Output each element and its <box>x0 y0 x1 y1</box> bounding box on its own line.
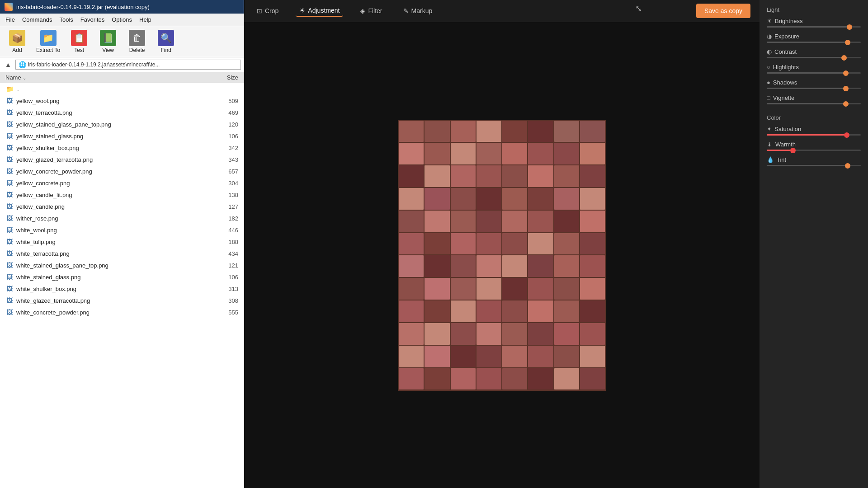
warmth-thumb[interactable] <box>790 148 796 153</box>
highlights-thumb[interactable] <box>843 70 849 76</box>
file-size: 127 <box>211 203 238 210</box>
file-icon: 🖼 <box>5 108 14 117</box>
file-name: white_concrete_powder.png <box>16 309 211 316</box>
expand-button[interactable]: ⤡ <box>635 4 642 14</box>
file-icon: 🖼 <box>5 285 14 293</box>
size-column-header[interactable]: Size <box>204 73 240 82</box>
brick-cell <box>425 165 449 187</box>
shadows-thumb[interactable] <box>843 86 849 91</box>
toolbar-delete[interactable]: 🗑 Delete <box>123 28 151 55</box>
brick-cell <box>451 278 476 300</box>
brick-cell <box>580 233 605 255</box>
list-item[interactable]: 🖼 white_shulker_box.png 313 <box>0 283 244 295</box>
brick-cell <box>425 255 449 277</box>
file-size: 555 <box>211 309 238 316</box>
file-icon: 🖼 <box>5 261 14 269</box>
brick-cell <box>451 368 476 390</box>
brick-cell <box>425 143 449 164</box>
brick-cell <box>476 368 501 390</box>
brick-cell <box>554 211 579 232</box>
contrast-thumb[interactable] <box>841 55 847 61</box>
tint-slider[interactable] <box>767 165 861 166</box>
brick-cell <box>399 188 424 210</box>
file-name: yellow_concrete.png <box>16 180 211 187</box>
list-item[interactable]: 🖼 white_concrete_powder.png 555 <box>0 306 244 318</box>
brick-grid <box>398 120 606 391</box>
contrast-icon: ◐ <box>767 48 772 55</box>
filter-icon: ◈ <box>360 7 365 14</box>
vignette-thumb[interactable] <box>843 101 849 107</box>
brick-cell <box>554 143 579 164</box>
list-item[interactable]: 🖼 white_terracotta.png 434 <box>0 248 244 259</box>
list-item[interactable]: 🖼 yellow_terracotta.png 469 <box>0 107 244 118</box>
list-item[interactable]: 🖼 yellow_stained_glass.png 106 <box>0 130 244 142</box>
exposure-slider[interactable] <box>767 42 861 43</box>
toolbar-find-label: Find <box>160 47 171 53</box>
list-item[interactable]: 🖼 white_stained_glass_pane_top.png 121 <box>0 259 244 271</box>
file-icon: 🖼 <box>5 226 14 234</box>
highlights-slider[interactable] <box>767 72 861 74</box>
file-name: yellow_candle_lit.png <box>16 192 211 198</box>
up-button[interactable]: ▲ <box>3 59 14 70</box>
list-item[interactable]: 📁 .. <box>0 83 244 95</box>
toolbar-add[interactable]: 📦 Add <box>4 28 31 55</box>
list-item[interactable]: 🖼 yellow_candle_lit.png 138 <box>0 189 244 201</box>
list-item[interactable]: 🖼 wither_rose.png 182 <box>0 212 244 224</box>
list-item[interactable]: 🖼 white_tulip.png 188 <box>0 236 244 248</box>
warmth-slider[interactable] <box>767 150 861 151</box>
save-copy-button[interactable]: Save as copy <box>696 4 750 18</box>
shadows-fill <box>767 88 846 89</box>
contrast-slider[interactable] <box>767 57 861 58</box>
tool-adjustment[interactable]: ☀ Adjustment <box>296 5 343 17</box>
tint-thumb[interactable] <box>845 163 850 169</box>
toolbar-view-label: View <box>102 47 114 53</box>
vignette-slider[interactable] <box>767 103 861 104</box>
file-list: 📁 .. 🖼 yellow_wool.png 509 🖼 yellow_terr… <box>0 83 244 488</box>
exposure-thumb[interactable] <box>845 40 850 45</box>
file-name: white_shulker_box.png <box>16 286 211 292</box>
brick-cell <box>580 211 605 232</box>
menu-file[interactable]: File <box>2 14 19 25</box>
list-item[interactable]: 🖼 yellow_wool.png 509 <box>0 95 244 107</box>
list-item[interactable]: 🖼 yellow_concrete.png 304 <box>0 177 244 189</box>
list-item[interactable]: 🖼 yellow_stained_glass_pane_top.png 120 <box>0 118 244 130</box>
file-size: 106 <box>211 274 238 281</box>
tool-filter[interactable]: ◈ Filter <box>357 5 386 16</box>
left-panel: iris-fabric-loader-0.14.9-1.19.2.jar (ev… <box>0 0 244 488</box>
menu-favorites[interactable]: Favorites <box>77 14 108 25</box>
toolbar-find[interactable]: 🔍 Find <box>152 28 179 55</box>
brick-cell <box>476 211 501 232</box>
list-item[interactable]: 🖼 yellow_candle.png 127 <box>0 201 244 212</box>
toolbar-delete-label: Delete <box>129 47 145 53</box>
menu-tools[interactable]: Tools <box>56 14 76 25</box>
brick-cell <box>451 346 476 367</box>
list-item[interactable]: 🖼 yellow_glazed_terracotta.png 343 <box>0 154 244 165</box>
brick-cell <box>580 165 605 187</box>
brightness-thumb[interactable] <box>847 24 852 30</box>
list-item[interactable]: 🖼 yellow_shulker_box.png 342 <box>0 142 244 154</box>
file-name: yellow_terracotta.png <box>16 109 211 116</box>
file-icon: 🖼 <box>5 120 14 128</box>
shadows-slider[interactable] <box>767 88 861 89</box>
address-input[interactable]: 🌐 iris-fabric-loader-0.14.9-1.19.2.jar\a… <box>15 60 241 70</box>
menu-help[interactable]: Help <box>136 14 155 25</box>
list-item[interactable]: 🖼 white_glazed_terracotta.png 308 <box>0 295 244 306</box>
name-column-header[interactable]: Name ⌄ <box>4 73 204 82</box>
list-item[interactable]: 🖼 white_wool.png 446 <box>0 224 244 236</box>
saturation-slider[interactable] <box>767 134 861 136</box>
list-item[interactable]: 🖼 white_stained_glass.png 106 <box>0 271 244 283</box>
warmth-fill <box>767 150 793 151</box>
toolbar-extract[interactable]: 📁 Extract To <box>33 28 64 55</box>
toolbar-view[interactable]: 📗 View <box>94 28 122 55</box>
toolbar-test[interactable]: 📋 Test <box>66 28 93 55</box>
menu-commands[interactable]: Commands <box>19 14 56 25</box>
find-icon: 🔍 <box>158 30 174 46</box>
list-item[interactable]: 🖼 yellow_concrete_powder.png 657 <box>0 165 244 177</box>
brightness-slider[interactable] <box>767 26 861 28</box>
saturation-thumb[interactable] <box>844 132 849 138</box>
tool-crop[interactable]: ⊡ Crop <box>253 5 282 16</box>
file-icon: 🖼 <box>5 167 14 175</box>
tool-markup[interactable]: ✎ Markup <box>400 5 436 16</box>
exposure-fill <box>767 42 848 43</box>
menu-options[interactable]: Options <box>108 14 136 25</box>
